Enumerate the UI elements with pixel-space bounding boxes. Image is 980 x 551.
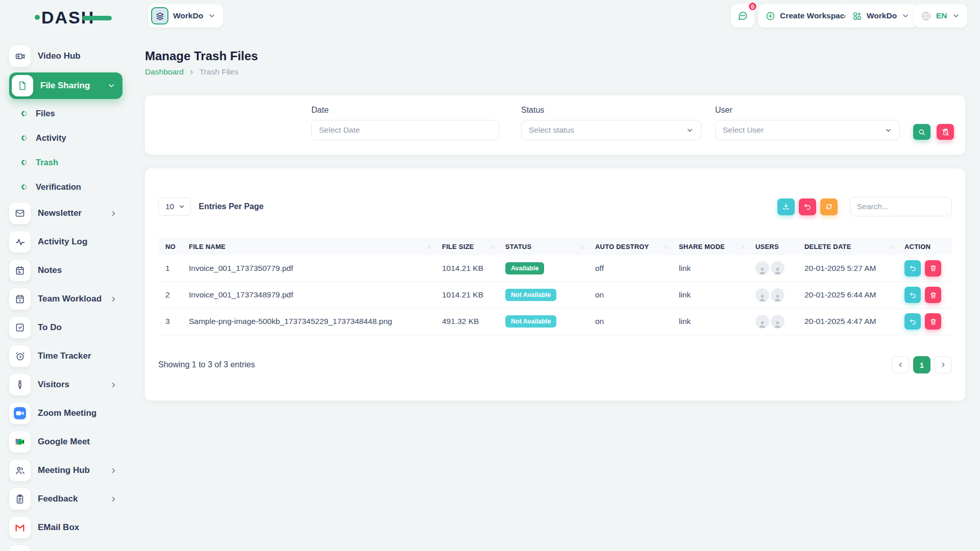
breadcrumb-dashboard-link[interactable]: Dashboard	[145, 67, 184, 77]
refresh-icon	[825, 203, 833, 211]
messages-button[interactable]: 0	[731, 4, 754, 28]
delete-file-button[interactable]	[925, 313, 941, 330]
sort-icon[interactable]: ↑↓	[580, 243, 584, 249]
date-filter-input-wrap	[311, 120, 499, 140]
sidebar-subitem-verification[interactable]: Verification	[21, 177, 122, 197]
user-filter-select[interactable]: Select User	[715, 120, 900, 140]
column-header-auto-destroy[interactable]: AUTO DESTROY↑↓	[591, 238, 675, 255]
status-filter-select[interactable]: Select status	[521, 120, 701, 140]
reset-filter-button[interactable]	[937, 124, 954, 140]
logo-dash	[82, 16, 112, 20]
avatar[interactable]	[771, 261, 785, 275]
sidebar-subitem-activity[interactable]: Activity	[21, 128, 122, 148]
avatar[interactable]	[755, 261, 769, 275]
column-header-delete-date[interactable]: DELETE DATE↑↓	[800, 238, 900, 255]
apply-filter-button[interactable]	[913, 124, 930, 140]
restore-file-button[interactable]	[904, 287, 921, 303]
date-filter-input[interactable]	[319, 126, 492, 135]
sidebar-item-time-tracker[interactable]: Time Tracker	[9, 344, 122, 368]
search-icon	[918, 128, 926, 136]
globe-icon	[921, 11, 932, 21]
restore-all-button[interactable]	[799, 198, 816, 215]
column-header-share-mode[interactable]: SHARE MODE↑↓	[675, 238, 751, 255]
chevron-down-icon	[885, 127, 892, 134]
column-header-file-name[interactable]: FILE NAME↑↓	[185, 238, 438, 255]
cell-file-size: 1014.21 KB	[438, 282, 501, 308]
avatar[interactable]	[755, 288, 769, 302]
envelope-icon	[9, 203, 31, 224]
sidebar-item-meeting-hub[interactable]: Meeting Hub	[9, 458, 122, 483]
cell-share-mode: link	[675, 308, 751, 335]
avatar[interactable]	[755, 315, 769, 329]
sidebar-item-zoom-meeting[interactable]: Zoom Meeting	[9, 401, 122, 425]
pagination-page-1[interactable]: 1	[913, 356, 930, 373]
sort-icon[interactable]: ↑↓	[890, 243, 893, 249]
undo-arrow-icon	[803, 203, 812, 211]
export-download-button[interactable]	[777, 198, 795, 215]
trash-files-table: NO FILE NAME↑↓ FILE SIZE↑↓ STATUS↑↓ AUTO…	[158, 238, 952, 335]
sort-icon[interactable]: ↑↓	[741, 243, 744, 249]
cell-auto-destroy: on	[591, 282, 675, 308]
status-badge: Not Available	[505, 315, 556, 328]
cell-delete-date: 20-01-2025 6:44 AM	[800, 282, 900, 308]
sidebar-item-video-hub[interactable]: Video Hub	[9, 44, 122, 68]
workdo-menu[interactable]: WorkDo	[845, 4, 917, 28]
google-meet-camera-icon	[9, 431, 31, 453]
column-header-status[interactable]: STATUS↑↓	[501, 238, 591, 255]
workspace-switcher[interactable]: WorkDo	[148, 4, 223, 28]
sidebar-item-visitors[interactable]: Visitors	[9, 372, 122, 397]
user-avatars	[755, 315, 796, 329]
sidebar-item-file-sharing[interactable]: File Sharing	[9, 72, 122, 99]
app-logo[interactable]: DASH	[35, 8, 112, 27]
entries-per-page-select[interactable]: 10	[158, 197, 191, 216]
row-actions	[904, 313, 948, 330]
sidebar-item-newsletter[interactable]: Newsletter	[9, 201, 122, 226]
language-selector[interactable]: EN	[914, 4, 967, 28]
sort-icon[interactable]: ↑↓	[664, 243, 668, 249]
avatar[interactable]	[771, 288, 785, 302]
create-workspace-button[interactable]: Create Workspace	[758, 4, 856, 28]
table-footer: Showing 1 to 3 of 3 entries 1	[158, 356, 952, 373]
status-badge: Available	[505, 262, 544, 274]
column-header-users: USERS	[751, 238, 800, 255]
user-avatars	[755, 288, 796, 302]
chevron-down-icon	[901, 12, 910, 20]
sidebar-item-to-do[interactable]: To Do	[9, 315, 122, 340]
sidebar-item-notes[interactable]: Notes	[9, 258, 122, 283]
sidebar-subitem-trash[interactable]: Trash	[21, 152, 122, 172]
sidebar-item-team-workload[interactable]: Team Workload	[9, 287, 122, 311]
sort-icon[interactable]: ↑↓	[427, 243, 431, 249]
table-toolbar: 10 Entries Per Page	[158, 197, 952, 216]
pagination-next-button[interactable]	[935, 356, 952, 373]
trash-files-card: 10 Entries Per Page NO	[145, 168, 965, 400]
delete-file-button[interactable]	[925, 260, 941, 277]
grid-plus-icon	[852, 11, 862, 21]
sidebar-item-feedback[interactable]: Feedback	[9, 487, 122, 511]
cell-file-name: Sample-png-image-500kb_1737345229_173734…	[185, 308, 438, 335]
chevron-down-icon	[686, 127, 694, 134]
sidebar-item-google-meet[interactable]: Google Meet	[9, 430, 122, 454]
pagination-prev-button[interactable]	[892, 356, 909, 373]
table-search-box	[850, 197, 952, 216]
column-header-no: NO	[158, 238, 185, 255]
chevron-left-icon	[897, 361, 904, 368]
avatar[interactable]	[771, 315, 785, 329]
sidebar-item-partial[interactable]	[9, 544, 122, 551]
alarm-clock-icon	[9, 345, 31, 367]
column-header-file-size[interactable]: FILE SIZE↑↓	[438, 238, 501, 255]
cell-file-size: 1014.21 KB	[438, 255, 501, 282]
chevron-right-icon	[110, 467, 117, 474]
sort-icon[interactable]: ↑↓	[491, 243, 494, 249]
language-code: EN	[936, 11, 947, 20]
delete-file-button[interactable]	[925, 287, 941, 303]
restore-file-button[interactable]	[904, 313, 921, 330]
sidebar-item-activity-log[interactable]: Activity Log	[9, 230, 122, 254]
sidebar-subitem-files[interactable]: Files	[21, 103, 122, 123]
user-avatars	[755, 261, 796, 275]
refresh-button[interactable]	[820, 198, 838, 215]
trash-icon	[929, 264, 937, 272]
workdo-menu-label: WorkDo	[867, 11, 897, 20]
sidebar-item-email-box[interactable]: EMail Box	[9, 515, 122, 540]
table-search-input[interactable]	[857, 202, 945, 211]
restore-file-button[interactable]	[904, 260, 921, 277]
